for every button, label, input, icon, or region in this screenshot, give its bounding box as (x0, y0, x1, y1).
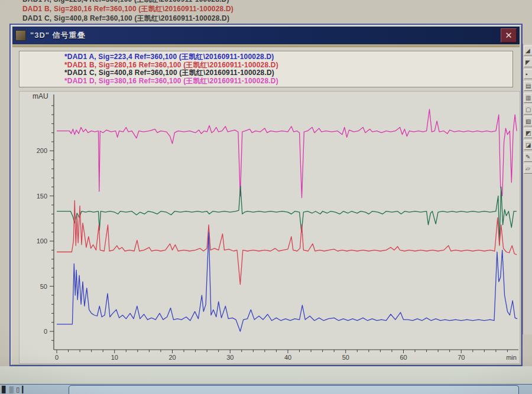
background-signal-line: DAD1 A, Sig=223,4 Ref=360,100 (王凯红\20160… (22, 0, 233, 4)
window-icon (15, 30, 26, 41)
svg-text:100: 100 (37, 237, 47, 245)
right-tool-icon[interactable]: ▪ (524, 69, 532, 79)
svg-text:0: 0 (55, 354, 59, 361)
desktop-strip (0, 366, 532, 385)
right-tool-icon[interactable]: ▢ (524, 105, 532, 115)
svg-text:50: 50 (342, 354, 349, 361)
background-signal-line: DAD1 C, Sig=400,8 Ref=360,100 (王凯红\20160… (22, 14, 233, 23)
titlebar-divider (12, 44, 520, 47)
taskbar-icon[interactable]: ▯ (16, 385, 20, 394)
chromatogram-trace (57, 109, 517, 198)
window-titlebar[interactable]: "3D" 信号重叠 ✕ (12, 27, 520, 44)
svg-text:150: 150 (37, 193, 47, 200)
svg-text:40: 40 (284, 354, 291, 361)
svg-text:min: min (506, 354, 517, 361)
taskbar[interactable]: ▊▒▯▎ (0, 384, 532, 394)
background-right-toolbar: ◢◤▪▤▥▢▧◩◪✎▱ (523, 44, 532, 334)
right-tool-icon[interactable]: ◤ (524, 57, 532, 67)
taskbar-icon[interactable]: ▎ (22, 385, 27, 394)
right-tool-icon[interactable]: ◢ (524, 45, 532, 56)
background-signal-line: DAD1 B, Sig=280,16 Ref=360,100 (王凯红\2016… (22, 4, 233, 14)
legend-entry: *DAD1 A, Sig=223,4 Ref=360,100 (王凯红\2016… (64, 53, 512, 61)
right-tool-icon[interactable]: ◩ (524, 128, 532, 138)
close-icon: ✕ (505, 30, 512, 41)
right-tool-icon[interactable]: ▥ (524, 93, 532, 103)
svg-text:70: 70 (458, 354, 465, 361)
right-tool-icon[interactable]: ▱ (524, 164, 532, 174)
y-axis-unit-label: mAU (33, 92, 48, 100)
right-tool-icon[interactable]: ✎ (524, 152, 532, 162)
background-window-text: DAD1 A, Sig=223,4 Ref=360,100 (王凯红\20160… (22, 0, 233, 23)
chromatogram-trace (57, 186, 517, 245)
chromatogram-chart[interactable]: mAU 050100150200010203040506070min (19, 91, 520, 364)
right-tool-icon[interactable]: ▧ (524, 116, 532, 126)
svg-text:60: 60 (400, 354, 407, 361)
taskbar-icon[interactable]: ▊ (2, 385, 7, 394)
screen-photo: DAD1 A, Sig=223,4 Ref=360,100 (王凯红\20160… (0, 0, 532, 394)
chromatogram-trace (57, 232, 517, 331)
svg-text:200: 200 (37, 147, 47, 154)
svg-text:20: 20 (168, 354, 176, 361)
right-tool-icon[interactable]: ◪ (524, 140, 532, 150)
legend-entry: *DAD1 C, Sig=400,8 Ref=360,100 (王凯红\2016… (64, 69, 512, 77)
svg-text:50: 50 (40, 283, 47, 290)
taskbar-window-button[interactable] (69, 385, 519, 394)
taskbar-icons: ▊▒▯▎ (2, 385, 27, 394)
legend-entry: *DAD1 B, Sig=280,16 Ref=360,100 (王凯红\201… (64, 61, 512, 70)
svg-text:30: 30 (226, 354, 233, 361)
chromatogram-trace (57, 200, 517, 284)
plot-svg: 050100150200010203040506070min (20, 92, 520, 363)
taskbar-icon[interactable]: ▒ (9, 385, 14, 394)
svg-text:10: 10 (111, 354, 118, 361)
legend-panel: *DAD1 A, Sig=223,4 Ref=360,100 (王凯红\2016… (19, 51, 513, 87)
legend-entry: *DAD1 D, Sig=380,16 Ref=360,100 (王凯红\201… (64, 77, 512, 86)
window-title: "3D" 信号重叠 (30, 30, 86, 41)
svg-text:0: 0 (44, 328, 47, 335)
right-tool-icon[interactable]: ▤ (524, 81, 532, 91)
close-button[interactable]: ✕ (501, 28, 517, 43)
signal-overlay-window: "3D" 信号重叠 ✕ *DAD1 A, Sig=223,4 Ref=360,1… (9, 24, 523, 366)
